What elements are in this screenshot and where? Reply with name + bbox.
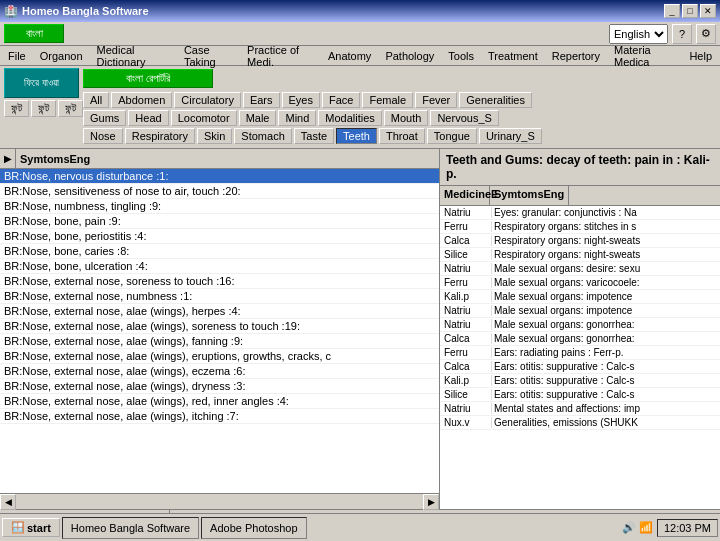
cat-fever[interactable]: Fever (415, 92, 457, 108)
cat-male[interactable]: Male (239, 110, 277, 126)
minimize-button[interactable]: _ (664, 4, 680, 18)
cat-female[interactable]: Female (362, 92, 413, 108)
font-btn-3[interactable]: ফন্ট (58, 100, 83, 117)
list-item[interactable]: BR:Nose, external nose, alae (wings), re… (0, 394, 439, 409)
menu-organon[interactable]: Organon (34, 48, 89, 64)
bangla-repertory-button[interactable]: বাংলা রেপার্টরি (83, 69, 213, 88)
menu-pathology[interactable]: Pathology (379, 48, 440, 64)
list-item[interactable]: BR:Nose, external nose, soreness to touc… (0, 274, 439, 289)
cat-modalities[interactable]: Modalities (318, 110, 382, 126)
category-row-3: Nose Respiratory Skin Stomach Taste Teet… (83, 128, 716, 144)
scroll-track[interactable] (16, 494, 423, 509)
list-item[interactable]: BR:Nose, bone, pain :9: (0, 214, 439, 229)
cat-gums[interactable]: Gums (83, 110, 126, 126)
list-item[interactable]: BR:Nose, nervous disturbance :1: (0, 169, 439, 184)
help-icon[interactable]: ? (672, 24, 692, 44)
list-item[interactable]: BR:Nose, bone, periostitis :4: (0, 229, 439, 244)
list-item[interactable]: BR:Nose, bone, caries :8: (0, 244, 439, 259)
menu-tools[interactable]: Tools (442, 48, 480, 64)
menu-treatment[interactable]: Treatment (482, 48, 544, 64)
cat-face[interactable]: Face (322, 92, 360, 108)
menu-practice[interactable]: Practice of Medi. (241, 42, 320, 70)
cat-circulatory[interactable]: Circulatory (174, 92, 241, 108)
right-list-item[interactable]: NatriuMale sexual organs: gonorrhea: (440, 318, 720, 332)
right-list-item[interactable]: CalcaEars: otitis: suppurative : Calc-s (440, 360, 720, 374)
back-button[interactable]: ফিরে যাওয়া (4, 68, 79, 98)
cat-eyes[interactable]: Eyes (282, 92, 320, 108)
medicine-cell: Calca (442, 333, 492, 344)
right-list-item[interactable]: CalcaRespiratory organs: night-sweats (440, 234, 720, 248)
cat-abdomen[interactable]: Abdomen (111, 92, 172, 108)
symptom-list[interactable]: BR:Nose, nervous disturbance :1:BR:Nose,… (0, 169, 439, 493)
right-list-item[interactable]: CalcaMale sexual organs: gonorrhea: (440, 332, 720, 346)
list-item[interactable]: BR:Nose, external nose, alae (wings), so… (0, 319, 439, 334)
bangla-button[interactable]: বাংলা (4, 24, 64, 43)
menu-materia[interactable]: Materia Medica (608, 42, 681, 70)
list-item[interactable]: BR:Nose, external nose, alae (wings), dr… (0, 379, 439, 394)
cat-head[interactable]: Head (128, 110, 168, 126)
cat-generalities[interactable]: Generalities (459, 92, 532, 108)
cat-mind[interactable]: Mind (278, 110, 316, 126)
taskbar-photoshop[interactable]: Adobe Photoshop (201, 517, 306, 539)
list-item[interactable]: BR:Nose, sensitiveness of nose to air, t… (0, 184, 439, 199)
horizontal-scrollbar[interactable]: ◀ ▶ (0, 493, 439, 509)
cat-tongue[interactable]: Tongue (427, 128, 477, 144)
start-button[interactable]: 🪟 start (2, 518, 60, 537)
taskbar-homeo[interactable]: Homeo Bangla Software (62, 517, 199, 539)
right-list-item[interactable]: NatriuMental states and affections: imp (440, 402, 720, 416)
right-symptom-list[interactable]: NatriuEyes: granular: conjunctivis : NaF… (440, 206, 720, 509)
right-list-item[interactable]: SiliceRespiratory organs: night-sweats (440, 248, 720, 262)
right-list-item[interactable]: Kali.pMale sexual organs: impotence (440, 290, 720, 304)
language-select[interactable]: English Bangla (609, 24, 668, 44)
list-item[interactable]: BR:Nose, bone, ulceration :4: (0, 259, 439, 274)
cat-nervous[interactable]: Nervous_S (430, 110, 498, 126)
medicine-cell: Natriu (442, 207, 492, 218)
list-item[interactable]: BR:Nose, external nose, numbness :1: (0, 289, 439, 304)
font-btn-2[interactable]: ফন্ট (31, 100, 56, 117)
list-item[interactable]: BR:Nose, numbness, tingling :9: (0, 199, 439, 214)
menu-repertory[interactable]: Repertory (546, 48, 606, 64)
right-list-item[interactable]: NatriuMale sexual organs: impotence (440, 304, 720, 318)
right-list-item[interactable]: SiliceEars: otitis: suppurative : Calc-s (440, 388, 720, 402)
cat-stomach[interactable]: Stomach (234, 128, 291, 144)
title-bar: 🏥 Homeo Bangla Software _ □ ✕ (0, 0, 720, 22)
font-btn-1[interactable]: ফন্ট (4, 100, 29, 117)
cat-urinary[interactable]: Urinary_S (479, 128, 542, 144)
symptom-cell: Male sexual organs: impotence (492, 291, 718, 302)
menu-help[interactable]: Help (683, 48, 718, 64)
menu-medical-dict[interactable]: Medical Dictionary (91, 42, 176, 70)
medicine-cell: Nux.v (442, 417, 492, 428)
list-item[interactable]: BR:Nose, external nose, alae (wings), er… (0, 349, 439, 364)
left-arrow-button[interactable]: ▶ (0, 149, 16, 168)
maximize-button[interactable]: □ (682, 4, 698, 18)
cat-teeth[interactable]: Teeth (336, 128, 377, 144)
menu-file[interactable]: File (2, 48, 32, 64)
cat-nose[interactable]: Nose (83, 128, 123, 144)
cat-all[interactable]: All (83, 92, 109, 108)
cat-mouth[interactable]: Mouth (384, 110, 429, 126)
right-list-item[interactable]: NatriuEyes: granular: conjunctivis : Na (440, 206, 720, 220)
category-row-1: All Abdomen Circulatory Ears Eyes Face F… (83, 92, 716, 108)
settings-icon[interactable]: ⚙ (696, 24, 716, 44)
close-button[interactable]: ✕ (700, 4, 716, 18)
cat-ears[interactable]: Ears (243, 92, 280, 108)
list-item[interactable]: BR:Nose, external nose, alae (wings), fa… (0, 334, 439, 349)
right-list-item[interactable]: NatriuMale sexual organs: desire: sexu (440, 262, 720, 276)
cat-throat[interactable]: Throat (379, 128, 425, 144)
right-list-item[interactable]: Kali.pEars: otitis: suppurative : Calc-s (440, 374, 720, 388)
list-item[interactable]: BR:Nose, external nose, alae (wings), it… (0, 409, 439, 424)
cat-respiratory[interactable]: Respiratory (125, 128, 195, 144)
cat-locomotor[interactable]: Locomotor (171, 110, 237, 126)
menu-case-taking[interactable]: Case Taking (178, 42, 239, 70)
list-item[interactable]: BR:Nose, external nose, alae (wings), ec… (0, 364, 439, 379)
menu-anatomy[interactable]: Anatomy (322, 48, 377, 64)
scroll-left-btn[interactable]: ◀ (0, 494, 16, 510)
right-list-item[interactable]: Nux.vGeneralities, emissions (SHUKK (440, 416, 720, 430)
list-item[interactable]: BR:Nose, external nose, alae (wings), he… (0, 304, 439, 319)
right-list-item[interactable]: FerruMale sexual organs: varicocoele: (440, 276, 720, 290)
cat-taste[interactable]: Taste (294, 128, 334, 144)
right-list-item[interactable]: FerruEars: radiating pains : Ferr-p. (440, 346, 720, 360)
scroll-right-btn[interactable]: ▶ (423, 494, 439, 510)
right-list-item[interactable]: FerruRespiratory organs: stitches in s (440, 220, 720, 234)
cat-skin[interactable]: Skin (197, 128, 232, 144)
